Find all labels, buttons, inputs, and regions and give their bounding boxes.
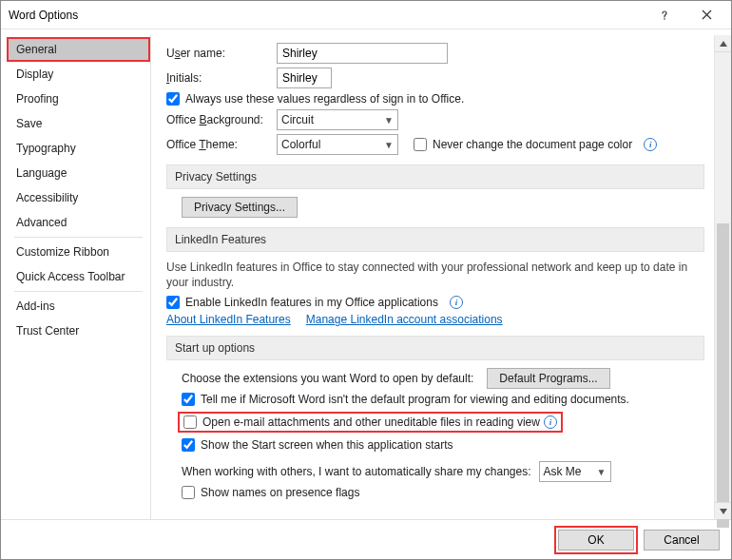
show-start-screen-input[interactable] [182, 438, 195, 452]
ok-button[interactable]: OK [558, 530, 634, 550]
office-background-combo[interactable]: Circuit▼ [277, 109, 398, 130]
info-icon[interactable]: i [544, 415, 557, 429]
username-label: User name: [166, 47, 269, 60]
scroll-up-button[interactable] [715, 35, 731, 52]
sidebar-item-proofing[interactable]: Proofing [7, 87, 150, 111]
sidebar-item-save[interactable]: Save [7, 111, 150, 136]
chevron-up-icon [720, 41, 727, 47]
choose-extensions-label: Choose the extensions you want Word to o… [182, 372, 473, 385]
help-button[interactable] [644, 2, 685, 29]
show-names-input[interactable] [182, 486, 195, 499]
sidebar-item-trust-center[interactable]: Trust Center [7, 319, 150, 343]
show-names-checkbox[interactable]: Show names on presence flags [182, 486, 359, 499]
linkedin-desc: Use LinkedIn features in Office to stay … [166, 260, 704, 290]
svg-point-0 [664, 18, 665, 20]
linkedin-section-heading: LinkedIn Features [166, 227, 704, 252]
default-programs-button[interactable]: Default Programs... [487, 368, 609, 389]
open-email-highlight: Open e-mail attachments and other unedit… [178, 412, 563, 433]
sidebar-item-qat[interactable]: Quick Access Toolbar [7, 264, 150, 289]
info-icon[interactable]: i [644, 138, 657, 151]
dialog-footer: OK Cancel [1, 519, 731, 559]
initials-label: Initials: [166, 71, 269, 85]
content-pane: User name: Initials: Always use these va… [151, 35, 714, 519]
close-button[interactable] [685, 2, 727, 29]
sidebar-item-accessibility[interactable]: Accessibility [7, 185, 150, 210]
sidebar-item-language[interactable]: Language [7, 161, 150, 185]
initials-input[interactable] [277, 68, 332, 88]
office-theme-combo[interactable]: Colorful▼ [277, 134, 398, 155]
privacy-settings-button[interactable]: Privacy Settings... [182, 197, 298, 218]
vertical-scrollbar[interactable] [714, 35, 731, 519]
cancel-button[interactable]: Cancel [644, 530, 720, 550]
share-changes-combo[interactable]: Ask Me▼ [539, 461, 611, 482]
chevron-down-icon [720, 509, 727, 514]
titlebar: Word Options [1, 1, 731, 29]
scroll-down-button[interactable] [715, 502, 731, 519]
sidebar-item-customize-ribbon[interactable]: Customize Ribbon [7, 240, 150, 264]
sidebar-item-advanced[interactable]: Advanced [7, 210, 150, 235]
username-input[interactable] [277, 43, 448, 64]
sidebar-item-typography[interactable]: Typography [7, 136, 150, 161]
sidebar: General Display Proofing Save Typography… [7, 35, 151, 519]
open-email-attachments-input[interactable] [183, 415, 197, 429]
share-changes-label: When working with others, I want to auto… [182, 465, 531, 478]
chevron-down-icon: ▼ [384, 140, 394, 150]
sidebar-item-addins[interactable]: Add-ins [7, 294, 150, 319]
info-icon[interactable]: i [450, 296, 463, 309]
chevron-down-icon: ▼ [597, 467, 607, 477]
tell-me-default-input[interactable] [182, 393, 195, 406]
window-title: Word Options [9, 9, 644, 22]
chevron-down-icon: ▼ [384, 115, 394, 126]
sidebar-separator [14, 237, 143, 238]
never-change-color-checkbox[interactable]: Never change the document page color [414, 138, 632, 151]
manage-linkedin-link[interactable]: Manage LinkedIn account associations [306, 313, 503, 326]
show-start-screen-checkbox[interactable]: Show the Start screen when this applicat… [182, 438, 453, 452]
sidebar-item-display[interactable]: Display [7, 62, 150, 87]
enable-linkedin-checkbox[interactable]: Enable LinkedIn features in my Office ap… [166, 296, 438, 309]
tell-me-default-checkbox[interactable]: Tell me if Microsoft Word isn't the defa… [182, 393, 629, 406]
enable-linkedin-input[interactable] [166, 296, 180, 309]
sidebar-separator [14, 291, 143, 292]
startup-section-heading: Start up options [166, 336, 704, 360]
close-icon [702, 10, 712, 20]
always-use-values-input[interactable] [166, 92, 180, 106]
always-use-values-checkbox[interactable]: Always use these values regardless of si… [166, 92, 464, 106]
scroll-thumb[interactable] [717, 223, 729, 528]
sidebar-item-general[interactable]: General [7, 37, 150, 62]
privacy-section-heading: Privacy Settings [166, 164, 704, 189]
open-email-attachments-checkbox[interactable]: Open e-mail attachments and other unedit… [183, 415, 540, 429]
about-linkedin-link[interactable]: About LinkedIn Features [166, 313, 291, 326]
office-theme-label: Office Theme: [166, 138, 269, 151]
never-change-color-input[interactable] [414, 138, 427, 151]
help-icon [659, 10, 670, 21]
office-background-label: Office Background: [166, 113, 269, 126]
word-options-dialog: Word Options General Display Proofing Sa… [0, 0, 732, 560]
